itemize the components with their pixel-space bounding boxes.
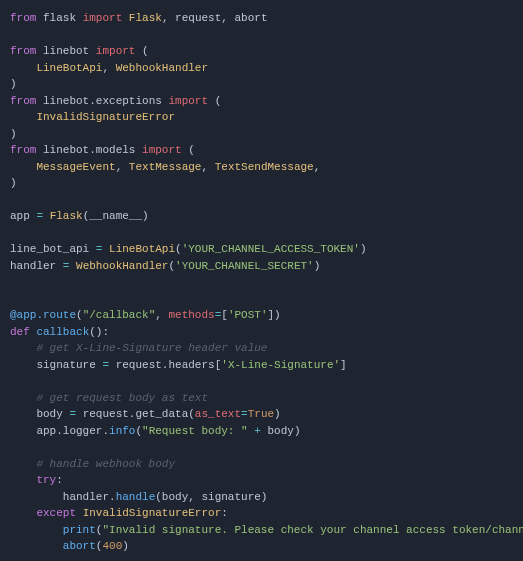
line: @app.route("/callback", methods=['POST']… bbox=[10, 309, 281, 321]
line: app = Flask(__name__) bbox=[10, 210, 149, 222]
line: print("Invalid signature. Please check y… bbox=[10, 524, 523, 536]
line: # get X-Line-Signature header value bbox=[10, 342, 267, 354]
keyword-from: from bbox=[10, 12, 36, 24]
line: from linebot import ( bbox=[10, 45, 149, 57]
line: ) bbox=[10, 128, 17, 140]
line: # handle webhook body bbox=[10, 458, 175, 470]
line: abort(400) bbox=[10, 540, 129, 552]
line: try: bbox=[10, 474, 63, 486]
line: def callback(): bbox=[10, 326, 109, 338]
line: app.logger.info("Request body: " + body) bbox=[10, 425, 301, 437]
line: LineBotApi, WebhookHandler bbox=[10, 62, 208, 74]
line: from linebot.models import ( bbox=[10, 144, 195, 156]
line: handler = WebhookHandler('YOUR_CHANNEL_S… bbox=[10, 260, 320, 272]
line: ) bbox=[10, 177, 17, 189]
line: body = request.get_data(as_text=True) bbox=[10, 408, 281, 420]
code-block: from flask import Flask, request, abort … bbox=[0, 0, 523, 561]
line: except InvalidSignatureError: bbox=[10, 507, 228, 519]
line: InvalidSignatureError bbox=[10, 111, 175, 123]
line: handler.handle(body, signature) bbox=[10, 491, 267, 503]
line: MessageEvent, TextMessage, TextSendMessa… bbox=[10, 161, 320, 173]
line: from flask import Flask, request, abort bbox=[10, 12, 268, 24]
line: line_bot_api = LineBotApi('YOUR_CHANNEL_… bbox=[10, 243, 367, 255]
line: from linebot.exceptions import ( bbox=[10, 95, 221, 107]
line: signature = request.headers['X-Line-Sign… bbox=[10, 359, 347, 371]
line: ) bbox=[10, 78, 17, 90]
line: # get request body as text bbox=[10, 392, 208, 404]
